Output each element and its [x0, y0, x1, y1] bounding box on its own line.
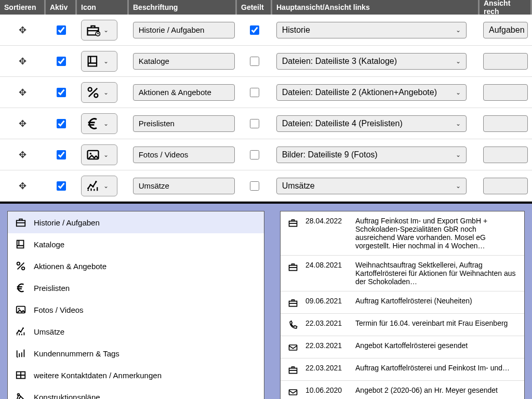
- ansicht-rechts-select[interactable]: [483, 84, 528, 101]
- icon-select-button[interactable]: ⌄: [81, 20, 117, 41]
- nav-item-label: Kataloge: [34, 240, 64, 249]
- label-input[interactable]: [133, 84, 235, 101]
- hauptansicht-select[interactable]: Dateien: Dateiliste 3 (Kataloge)⌄: [276, 53, 467, 70]
- nav-item[interactable]: Historie / Aufgaben: [8, 211, 264, 233]
- geteilt-checkbox[interactable]: [250, 25, 259, 35]
- book-icon: [15, 238, 26, 250]
- history-row[interactable]: 24.08.2021Weihnachtsauftrag Sektkellerei…: [281, 256, 524, 291]
- hauptansicht-select[interactable]: Bilder: Dateiliste 9 (Fotos)⌄: [276, 147, 467, 163]
- label-input[interactable]: [133, 115, 235, 132]
- chevron-down-icon: ⌄: [456, 151, 461, 158]
- config-row: ✥ ⌄ Umsätze⌄: [0, 170, 532, 202]
- config-row: ✥ ⌄ Dateien: Dateiliste 2 (Aktionen+Ange…: [0, 77, 532, 108]
- aktiv-checkbox[interactable]: [57, 88, 66, 97]
- hauptansicht-select[interactable]: Umsätze⌄: [276, 178, 467, 194]
- phone-icon: [288, 320, 298, 330]
- chevron-down-icon: ⌄: [103, 151, 109, 158]
- ansicht-rechts-select[interactable]: [483, 53, 528, 70]
- briefcase-clock-icon: [86, 23, 100, 37]
- aktiv-checkbox[interactable]: [57, 119, 66, 128]
- briefcase-icon: [288, 365, 298, 375]
- history-row[interactable]: 22.03.2021Angebot Kartoffelrösterei gese…: [281, 336, 524, 358]
- drag-handle-icon[interactable]: ✥: [19, 149, 26, 161]
- nav-item-label: weitere Kontaktdaten / Anmerkungen: [34, 371, 162, 380]
- envelope-icon: [288, 387, 298, 397]
- briefcase-icon: [288, 262, 298, 272]
- drag-handle-icon[interactable]: ✥: [19, 24, 26, 36]
- ansicht-rechts-select[interactable]: Aufgaben: [483, 22, 528, 38]
- briefcase-icon: [15, 217, 26, 228]
- nav-item[interactable]: Aktionen & Angebote: [8, 255, 264, 277]
- ansicht-rechts-select[interactable]: [483, 147, 528, 163]
- nav-item[interactable]: Fotos / Videos: [8, 299, 264, 321]
- briefcase-icon: [288, 298, 298, 308]
- nav-item-label: Preislisten: [34, 284, 70, 292]
- aktiv-checkbox[interactable]: [57, 181, 66, 191]
- label-input[interactable]: [133, 178, 235, 194]
- drag-handle-icon[interactable]: ✥: [19, 56, 26, 67]
- chevron-down-icon: ⌄: [103, 26, 109, 34]
- nav-item-label: Umsätze: [34, 327, 64, 336]
- icon-select-button[interactable]: ⌄: [81, 176, 117, 196]
- history-row[interactable]: 28.04.2022Auftrag Feinkost Im- und Expor…: [281, 211, 524, 256]
- icon-select-button[interactable]: ⌄: [81, 82, 117, 103]
- ansicht-rechts-select[interactable]: [483, 115, 528, 132]
- header-sortieren: Sortieren: [0, 0, 46, 15]
- history-row[interactable]: 22.03.2021Termin für 16.04. vereinbart m…: [281, 314, 524, 336]
- label-input[interactable]: [133, 147, 235, 163]
- bars-icon: [15, 348, 26, 359]
- percent-icon: [15, 260, 26, 272]
- label-input[interactable]: [133, 53, 235, 70]
- nav-item[interactable]: Preislisten: [8, 277, 264, 299]
- nav-item[interactable]: Kundennummern & Tags: [8, 342, 264, 364]
- history-row[interactable]: 22.03.2021Auftrag Kartoffelrösterei und …: [281, 358, 524, 381]
- nav-item-label: Historie / Aufgaben: [34, 218, 100, 227]
- icon-select-button[interactable]: ⌄: [81, 144, 117, 165]
- geteilt-checkbox[interactable]: [250, 150, 259, 159]
- chevron-down-icon: ⌄: [103, 182, 109, 190]
- header-aktiv: Aktiv: [46, 0, 77, 15]
- table-header: Sortieren Aktiv Icon Beschriftung Geteil…: [0, 0, 532, 15]
- history-panel: 28.04.2022Auftrag Feinkost Im- und Expor…: [280, 211, 525, 399]
- nav-item[interactable]: Konstruktionspläne: [8, 386, 264, 399]
- briefcase-icon: [288, 218, 298, 228]
- geteilt-checkbox[interactable]: [250, 181, 259, 191]
- history-text: Angebot 2 (2020-06) an Hr. Meyer gesende…: [355, 386, 517, 394]
- book-icon: [86, 54, 100, 69]
- drag-handle-icon[interactable]: ✥: [19, 87, 26, 98]
- nav-item-label: Kundennummern & Tags: [34, 349, 119, 358]
- euro-icon: [86, 116, 100, 131]
- chevron-down-icon: ⌄: [456, 89, 461, 96]
- aktiv-checkbox[interactable]: [57, 25, 66, 35]
- label-input[interactable]: [133, 22, 235, 38]
- nav-item-label: Konstruktionspläne: [34, 393, 100, 400]
- header-icon: Icon: [77, 0, 129, 15]
- image-icon: [86, 148, 100, 162]
- history-row[interactable]: 10.06.2020Angebot 2 (2020-06) an Hr. Mey…: [281, 381, 524, 399]
- icon-select-button[interactable]: ⌄: [81, 51, 117, 72]
- hauptansicht-select[interactable]: Dateien: Dateiliste 2 (Aktionen+Angebote…: [276, 84, 467, 101]
- icon-select-button[interactable]: ⌄: [81, 113, 117, 134]
- ansicht-rechts-select[interactable]: [483, 178, 528, 194]
- history-date: 28.04.2022: [305, 217, 348, 225]
- config-row: ✥ ⌄ Dateien: Dateiliste 3 (Kataloge)⌄: [0, 46, 532, 77]
- geteilt-checkbox[interactable]: [250, 119, 259, 128]
- history-row[interactable]: 09.06.2021Auftrag Kartoffelrösterei (Neu…: [281, 291, 524, 314]
- nav-item[interactable]: Umsätze: [8, 321, 264, 342]
- history-date: 22.03.2021: [305, 341, 348, 350]
- aktiv-checkbox[interactable]: [57, 57, 66, 66]
- nav-item[interactable]: Kataloge: [8, 233, 264, 255]
- history-text: Angebot Kartoffelrösterei gesendet: [355, 341, 517, 350]
- history-text: Auftrag Feinkost Im- und Export GmbH + S…: [355, 217, 517, 250]
- drag-handle-icon[interactable]: ✥: [19, 180, 26, 192]
- geteilt-checkbox[interactable]: [250, 88, 259, 97]
- aktiv-checkbox[interactable]: [57, 150, 66, 159]
- hauptansicht-select[interactable]: Dateien: Dateiliste 4 (Preislisten)⌄: [276, 115, 467, 132]
- config-row: ✥ ⌄ Dateien: Dateiliste 4 (Preislisten)⌄: [0, 108, 532, 139]
- percent-icon: [86, 85, 100, 100]
- geteilt-checkbox[interactable]: [250, 57, 259, 66]
- drag-handle-icon[interactable]: ✥: [19, 118, 26, 129]
- nav-item[interactable]: weitere Kontaktdaten / Anmerkungen: [8, 364, 264, 386]
- hauptansicht-select[interactable]: Historie⌄: [276, 22, 467, 38]
- history-date: 22.03.2021: [305, 364, 348, 372]
